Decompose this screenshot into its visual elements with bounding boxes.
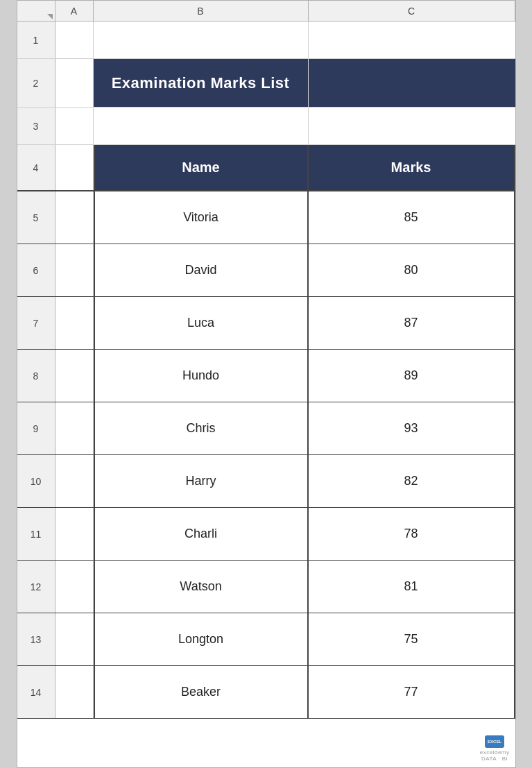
cell-a4[interactable] (55, 145, 94, 190)
cell-a13[interactable] (55, 613, 94, 665)
row-num-5: 5 (17, 191, 55, 244)
row-num-12: 12 (17, 561, 55, 613)
watermark-brand: exceldemy (480, 749, 510, 756)
row-8: 8 Hundo 89 (17, 350, 515, 402)
watermark-logo-text: EXCEL (488, 740, 501, 744)
cell-marks-12[interactable]: 81 (309, 561, 515, 613)
cell-a1[interactable] (55, 22, 94, 58)
column-header-row: A B C (17, 1, 515, 22)
cell-a7[interactable] (55, 297, 94, 349)
cell-name-8[interactable]: Hundo (94, 350, 309, 402)
cell-name-9[interactable]: Chris (94, 402, 309, 454)
row-12: 12 Watson 81 (17, 561, 515, 613)
row-3: 3 (17, 108, 515, 145)
cell-title[interactable]: Examination Marks List (94, 59, 309, 107)
cell-name-11[interactable]: Charli (94, 508, 309, 560)
row-num-1: 1 (17, 22, 55, 58)
row-5: 5 Vitoria 85 (17, 191, 515, 244)
cell-title-ext[interactable] (309, 59, 515, 107)
cell-a12[interactable] (55, 561, 94, 613)
cell-a6[interactable] (55, 244, 94, 296)
cell-a8[interactable] (55, 350, 94, 402)
cell-a11[interactable] (55, 508, 94, 560)
cell-marks-14[interactable]: 77 (309, 666, 515, 718)
cell-marks-8[interactable]: 89 (309, 350, 515, 402)
cell-marks-6[interactable]: 80 (309, 244, 515, 296)
row-10: 10 Harry 82 (17, 455, 515, 508)
col-header-b: B (94, 1, 309, 21)
col-header-name[interactable]: Name (94, 145, 309, 190)
corner-cell (17, 1, 55, 21)
row-13: 13 Longton 75 (17, 613, 515, 666)
cell-marks-7[interactable]: 87 (309, 297, 515, 349)
row-num-7: 7 (17, 297, 55, 349)
cell-b3[interactable] (94, 108, 309, 144)
cell-b1[interactable] (94, 22, 309, 58)
cell-name-10[interactable]: Harry (94, 455, 309, 507)
row-1: 1 (17, 22, 515, 59)
row-num-10: 10 (17, 455, 55, 507)
data-rows-container: 5 Vitoria 85 6 David 80 7 Luca 87 8 Hund… (17, 191, 515, 719)
row-2: 2 Examination Marks List (17, 59, 515, 108)
row-9: 9 Chris 93 (17, 402, 515, 455)
row-num-11: 11 (17, 508, 55, 560)
cell-name-14[interactable]: Beaker (94, 666, 309, 718)
row-num-14: 14 (17, 666, 55, 718)
row-num-8: 8 (17, 350, 55, 402)
cell-a3[interactable] (55, 108, 94, 144)
cell-a5[interactable] (55, 191, 94, 244)
watermark-line2: DATA · BI (481, 756, 508, 762)
cell-c1[interactable] (309, 22, 515, 58)
row-6: 6 David 80 (17, 244, 515, 297)
cell-a10[interactable] (55, 455, 94, 507)
cell-a9[interactable] (55, 402, 94, 454)
cell-marks-11[interactable]: 78 (309, 508, 515, 560)
row-num-13: 13 (17, 613, 55, 665)
cell-marks-10[interactable]: 82 (309, 455, 515, 507)
row-7: 7 Luca 87 (17, 297, 515, 350)
cell-marks-13[interactable]: 75 (309, 613, 515, 665)
watermark-logo: EXCEL (485, 735, 504, 748)
row-num-2: 2 (17, 59, 55, 107)
cell-name-12[interactable]: Watson (94, 561, 309, 613)
row-11: 11 Charli 78 (17, 508, 515, 561)
col-header-a: A (55, 1, 94, 21)
cell-name-7[interactable]: Luca (94, 297, 309, 349)
cell-a2[interactable] (55, 59, 94, 107)
cell-name-5[interactable]: Vitoria (94, 191, 309, 244)
row-num-6: 6 (17, 244, 55, 296)
col-header-c: C (309, 1, 515, 21)
cell-c3[interactable] (309, 108, 515, 144)
col-header-marks[interactable]: Marks (309, 145, 515, 190)
row-num-9: 9 (17, 402, 55, 454)
cell-name-13[interactable]: Longton (94, 613, 309, 665)
row-num-3: 3 (17, 108, 55, 144)
watermark: EXCEL exceldemy DATA · BI (480, 735, 510, 762)
cell-name-6[interactable]: David (94, 244, 309, 296)
row-num-4: 4 (17, 145, 55, 190)
cell-a14[interactable] (55, 666, 94, 718)
row-14: 14 Beaker 77 (17, 666, 515, 719)
cell-marks-9[interactable]: 93 (309, 402, 515, 454)
spreadsheet: A B C 1 2 Examination Marks List 3 4 Nam… (17, 0, 516, 768)
cell-marks-5[interactable]: 85 (309, 191, 515, 244)
row-4-header: 4 Name Marks (17, 145, 515, 191)
